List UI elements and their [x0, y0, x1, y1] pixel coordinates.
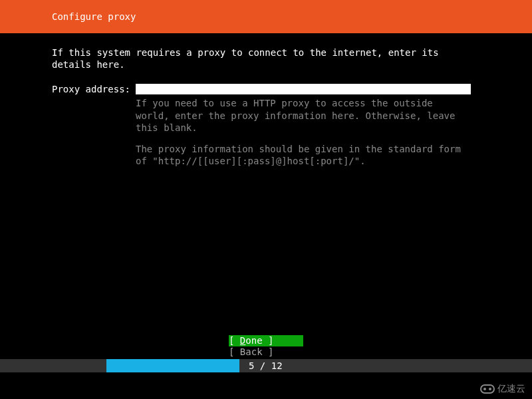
proxy-address-input[interactable]	[136, 84, 471, 94]
watermark: 亿速云	[480, 383, 525, 395]
proxy-field-row: Proxy address: If you need to use a HTTP…	[52, 84, 480, 176]
main-content: If this system requires a proxy to conne…	[0, 33, 532, 176]
back-button[interactable]: [ Back ]	[229, 346, 303, 358]
intro-text: If this system requires a proxy to conne…	[52, 47, 480, 70]
progress-bar: 5 / 12	[0, 359, 532, 372]
header-bar: Configure proxy	[0, 0, 532, 33]
proxy-help-text: If you need to use a HTTP proxy to acces…	[136, 97, 471, 167]
done-button[interactable]: [ Done ]	[229, 335, 303, 346]
proxy-label: Proxy address:	[52, 84, 130, 94]
help-para-2: The proxy information should be given in…	[136, 143, 471, 167]
button-group: [ Done ] [ Back ]	[0, 335, 532, 358]
watermark-text: 亿速云	[497, 383, 525, 395]
proxy-input-area: If you need to use a HTTP proxy to acces…	[136, 84, 480, 176]
progress-fill	[106, 359, 239, 372]
progress-text: 5 / 12	[249, 360, 283, 371]
help-para-1: If you need to use a HTTP proxy to acces…	[136, 97, 471, 134]
cloud-icon	[480, 384, 495, 394]
page-title: Configure proxy	[52, 11, 136, 22]
